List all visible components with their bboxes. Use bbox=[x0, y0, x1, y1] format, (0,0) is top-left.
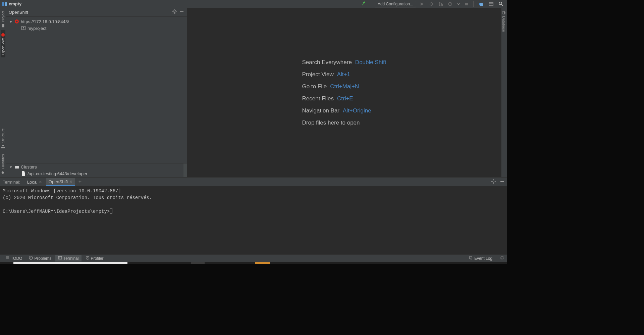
chevron-down-icon[interactable]: ▾ bbox=[9, 19, 13, 24]
tree-project-label: myproject bbox=[28, 26, 46, 31]
svg-rect-47 bbox=[58, 256, 62, 259]
tree-clusters-node[interactable]: ▾ Clusters bbox=[6, 163, 187, 170]
run-icon[interactable] bbox=[418, 1, 426, 7]
hint-label: Navigation Bar bbox=[302, 107, 340, 114]
layout-icon[interactable] bbox=[487, 1, 495, 7]
project-name: empty bbox=[9, 1, 21, 6]
list-icon bbox=[5, 256, 9, 261]
file-icon bbox=[21, 171, 26, 176]
hint-key: Alt+Origine bbox=[343, 107, 371, 114]
profiler-icon bbox=[86, 256, 90, 261]
tree-server-label: https://172.16.0.10:8443/ bbox=[21, 19, 69, 24]
rail-favorites-label: Favorites bbox=[1, 154, 5, 169]
terminal-title: Terminal: bbox=[3, 180, 20, 185]
svg-rect-19 bbox=[2, 145, 4, 146]
bottom-profiler[interactable]: Profiler bbox=[83, 255, 106, 261]
ide-window: empty Add Configuration... Project bbox=[0, 0, 507, 262]
editor-area[interactable]: Search Everywhere Double Shift Project V… bbox=[187, 8, 501, 177]
terminal-icon bbox=[58, 256, 62, 261]
hint-key: Ctrl+Maj+N bbox=[330, 83, 359, 90]
svg-rect-18 bbox=[3, 147, 5, 148]
bottom-problems[interactable]: Problems bbox=[26, 255, 54, 261]
svg-point-34 bbox=[504, 11, 505, 14]
clusters-tree[interactable]: ▾ Clusters /api-crc-testing:6443/develop… bbox=[6, 163, 187, 177]
rail-openshift[interactable]: OpenShift bbox=[1, 30, 5, 57]
os-taskbar[interactable] bbox=[0, 262, 507, 264]
search-icon[interactable] bbox=[497, 1, 505, 7]
svg-rect-1 bbox=[5, 2, 7, 6]
bottom-event-log[interactable]: Event Log bbox=[466, 255, 495, 261]
tree-cluster-entry[interactable]: /api-crc-testing:6443/developer bbox=[6, 170, 187, 177]
minimize-icon[interactable] bbox=[500, 179, 504, 185]
left-rail: Project OpenShift Structure Favorites bbox=[0, 8, 6, 177]
bottom-label: Problems bbox=[34, 256, 51, 261]
svg-line-15 bbox=[501, 4, 503, 6]
chevron-down-icon[interactable] bbox=[456, 1, 461, 7]
separator bbox=[473, 1, 474, 7]
debug-icon[interactable] bbox=[428, 1, 435, 7]
close-icon[interactable]: ✕ bbox=[39, 180, 42, 184]
openshift-panel-title: OpenShift bbox=[9, 10, 28, 15]
gear-icon[interactable] bbox=[172, 9, 177, 15]
hint-label: Project View bbox=[302, 71, 334, 78]
terminal-add-button[interactable]: + bbox=[76, 179, 84, 185]
bottom-terminal[interactable]: Terminal bbox=[55, 255, 81, 261]
hint-search-everywhere: Search Everywhere Double Shift bbox=[302, 59, 386, 66]
bottom-bar: TODO Problems Terminal Profiler Event Lo… bbox=[0, 254, 507, 262]
git-icon[interactable] bbox=[477, 1, 485, 7]
tree-server-node[interactable]: ▾ https://172.16.0.10:8443/ bbox=[6, 18, 187, 25]
scrollbar[interactable] bbox=[183, 163, 187, 177]
stop-icon[interactable] bbox=[463, 1, 470, 7]
hint-label: Drop files here to open bbox=[302, 119, 360, 126]
tree-cluster-label: /api-crc-testing:6443/developer bbox=[28, 171, 88, 176]
terminal-prompt: C:\Users\JeffMAURY\IdeaProjects\empty> bbox=[3, 209, 110, 214]
rail-favorites[interactable]: Favorites bbox=[1, 151, 5, 177]
folder-icon bbox=[14, 164, 19, 170]
chevron-down-icon[interactable]: ▾ bbox=[9, 164, 13, 170]
rail-database[interactable]: Database bbox=[501, 8, 506, 35]
structure-icon bbox=[1, 145, 5, 149]
bottom-todo[interactable]: TODO bbox=[3, 255, 25, 261]
rail-database-label: Database bbox=[502, 16, 506, 32]
editor-hints: Search Everywhere Double Shift Project V… bbox=[302, 54, 386, 132]
hint-navbar: Navigation Bar Alt+Origine bbox=[302, 107, 386, 114]
profile-icon[interactable] bbox=[446, 1, 454, 7]
gear-icon[interactable] bbox=[491, 179, 496, 185]
minimize-icon[interactable] bbox=[179, 9, 184, 15]
terminal-line: (c) 2020 Microsoft Corporation. Tous dro… bbox=[3, 195, 152, 200]
bottom-label: Terminal bbox=[63, 256, 78, 261]
svg-point-31 bbox=[16, 21, 18, 22]
svg-point-35 bbox=[493, 181, 494, 182]
tree-project-node[interactable]: myproject bbox=[6, 25, 187, 32]
openshift-tree[interactable]: ▾ https://172.16.0.10:8443/ myproject bbox=[6, 17, 187, 163]
rail-project[interactable]: Project bbox=[1, 8, 5, 30]
sync-icon[interactable] bbox=[500, 255, 504, 261]
terminal-line: Microsoft Windows [version 10.0.19042.86… bbox=[3, 188, 121, 194]
terminal-output[interactable]: Microsoft Windows [version 10.0.19042.86… bbox=[0, 186, 502, 254]
hint-label: Go to File bbox=[302, 83, 327, 90]
openshift-icon bbox=[14, 19, 19, 24]
build-icon[interactable] bbox=[360, 1, 368, 7]
terminal-tab-local[interactable]: Local ✕ bbox=[24, 179, 45, 186]
tree-clusters-label: Clusters bbox=[21, 164, 37, 170]
add-configuration-button[interactable]: Add Configuration... bbox=[375, 1, 416, 7]
event-log-icon bbox=[469, 256, 473, 261]
coverage-icon[interactable] bbox=[437, 1, 444, 7]
titlebar: empty Add Configuration... bbox=[0, 0, 507, 8]
close-icon[interactable]: ✕ bbox=[69, 180, 72, 184]
folder-icon bbox=[1, 23, 5, 28]
right-rail: Database bbox=[501, 8, 507, 177]
terminal-tab-openshift[interactable]: OpenShift ✕ bbox=[46, 178, 75, 186]
rail-project-label: Project bbox=[1, 11, 5, 22]
svg-point-14 bbox=[499, 2, 502, 5]
terminal-tabs: Terminal: Local ✕ OpenShift ✕ + bbox=[0, 178, 507, 186]
hint-key: Double Shift bbox=[355, 59, 386, 66]
database-icon bbox=[502, 11, 506, 15]
hint-goto-file: Go to File Ctrl+Maj+N bbox=[302, 83, 386, 90]
svg-point-46 bbox=[31, 258, 32, 259]
hint-key: Ctrl+E bbox=[337, 95, 353, 102]
svg-rect-0 bbox=[2, 2, 4, 6]
openshift-panel: OpenShift ▾ https://172.16.0.10:8443/ my… bbox=[6, 8, 187, 177]
terminal-tab-label: Local bbox=[27, 180, 38, 185]
rail-structure[interactable]: Structure bbox=[1, 126, 5, 151]
